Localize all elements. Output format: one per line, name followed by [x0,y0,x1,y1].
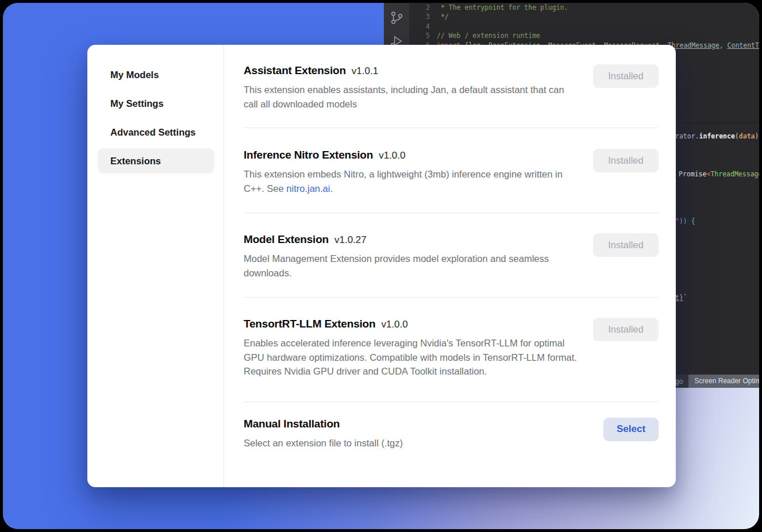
extension-title-row: Manual Installation [244,418,403,430]
extension-name: Manual Installation [244,418,340,430]
line-number: 3 [409,12,430,21]
code-line: 2 * The entrypoint for the plugin. [409,3,759,12]
line-number: 2 [409,3,430,12]
sidebar-item-advanced-settings[interactable]: Advanced Settings [98,119,214,145]
line-number: 4 [409,22,430,31]
sidebar-item-my-models[interactable]: My Models [98,62,214,87]
sidebar-item-my-settings[interactable]: My Settings [98,91,214,116]
extension-description: Model Management Extension provides mode… [244,252,580,280]
extension-name: Assistant Extension [244,64,346,77]
extension-info: Assistant Extension v1.0.1 This extensio… [244,64,580,111]
status-bar-text: go [675,377,683,385]
installed-button[interactable]: Installed [593,64,659,88]
sidebar-item-label: Advanced Settings [110,127,196,138]
extensions-list: Assistant Extension v1.0.1 This extensio… [224,45,676,487]
sidebar-item-label: My Settings [110,98,164,109]
screen-reader-optimized-status[interactable]: Screen Reader Optimized [688,375,759,388]
extension-description: Select an extension file to install (.tg… [244,436,403,450]
installed-button[interactable]: Installed [593,318,659,341]
code-line: 5 // Web / extension runtime [409,31,759,40]
extension-title-row: Assistant Extension v1.0.1 [244,64,580,77]
extension-title-row: TensortRT-LLM Extension v1.0.0 [244,318,580,330]
settings-modal: My Models My Settings Advanced Settings … [87,45,676,487]
extension-description: This extension embeds Nitro, a lightweig… [244,167,580,195]
manual-installation-row: Manual Installation Select an extension … [244,402,659,450]
extension-version: v1.0.0 [379,150,405,161]
code-fragment-inference: rator.inference(data)); [675,132,759,140]
extension-row-tensorrt-llm: TensortRT-LLM Extension v1.0.0 Enables a… [244,298,659,402]
extension-description: This extension enables assistants, inclu… [244,83,580,111]
code-fragment-condition: ")) { [675,217,695,225]
desktop: 2 * The entrypoint for the plugin. 3 */ … [3,3,759,529]
extension-info: TensortRT-LLM Extension v1.0.0 Enables a… [244,318,580,379]
source-control-icon[interactable] [389,10,404,28]
extension-row-model: Model Extension v1.0.27 Model Management… [244,213,659,298]
extension-title-row: Model Extension v1.0.27 [244,233,580,246]
line-number: 5 [409,31,430,40]
select-file-button[interactable]: Select [603,418,659,441]
extension-version: v1.0.1 [352,65,378,77]
extension-row-assistant: Assistant Extension v1.0.1 This extensio… [244,45,659,128]
sidebar-item-extensions[interactable]: Extensions [98,148,214,174]
extension-info: Manual Installation Select an extension … [244,418,403,450]
extension-description: Enables accelerated inference leveraging… [244,336,580,379]
code-area: 2 * The entrypoint for the plugin. 3 */ … [409,3,759,50]
code-line: 3 */ [409,12,759,21]
extension-row-inference-nitro: Inference Nitro Extension v1.0.0 This ex… [244,128,659,213]
sidebar-item-label: My Models [110,70,159,80]
extension-info: Model Extension v1.0.27 Model Management… [244,233,580,280]
sidebar-item-label: Extensions [110,156,161,167]
extension-info: Inference Nitro Extension v1.0.0 This ex… [244,149,580,195]
extension-name: TensortRT-LLM Extension [244,318,375,330]
installed-button[interactable]: Installed [593,149,659,172]
code-fragment-promise: Promise<ThreadMessage> [679,170,759,178]
settings-sidebar: My Models My Settings Advanced Settings … [87,45,224,487]
extension-version: v1.0.27 [334,234,367,246]
code-fragment-template: t}` [675,294,687,302]
installed-button[interactable]: Installed [593,233,659,257]
extension-title-row: Inference Nitro Extension v1.0.0 [244,149,580,161]
extension-name: Inference Nitro Extension [244,149,373,161]
code-line: 4 [409,22,759,31]
screenshot-stage: 2 * The entrypoint for the plugin. 3 */ … [0,0,762,532]
nitro-jan-ai-link[interactable]: nitro.jan.ai. [286,183,333,194]
extension-name: Model Extension [244,233,329,246]
extension-version: v1.0.0 [381,319,407,330]
